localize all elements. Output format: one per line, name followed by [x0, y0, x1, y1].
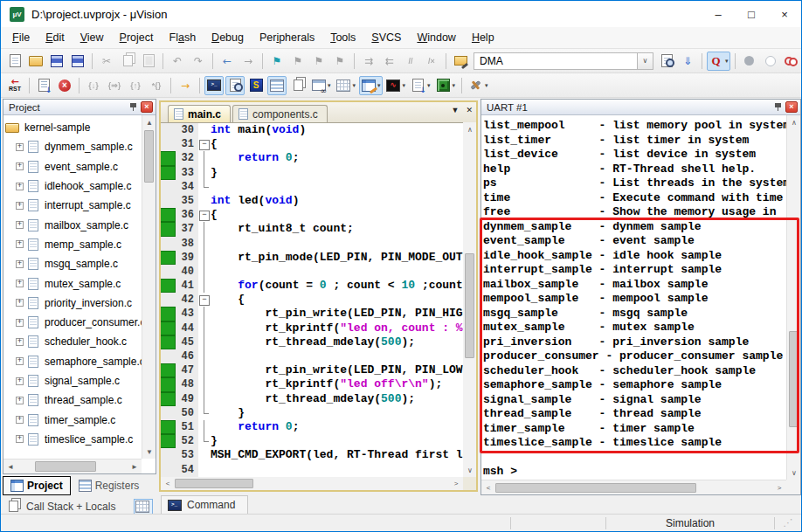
code-line-35[interactable]: 35int led(void): [161, 194, 463, 208]
tree-item-memp_sample-c[interactable]: +memp_sample.c: [3, 235, 142, 254]
analysis-window-icon[interactable]: ▾: [384, 76, 408, 95]
tab-project[interactable]: Project: [3, 476, 71, 495]
project-vertical-scrollbar[interactable]: ▲ ▼: [142, 115, 156, 459]
tab-command[interactable]: Command: [161, 495, 248, 515]
disable-all-breakpoints-icon[interactable]: [782, 52, 801, 71]
tab-list-icon[interactable]: ▼: [452, 106, 460, 114]
resize-grip[interactable]: ⋰: [775, 517, 801, 529]
step-over-icon[interactable]: {⇒}: [105, 76, 124, 95]
insert-breakpoint-icon[interactable]: [740, 52, 759, 71]
call-stack-window-icon[interactable]: [288, 76, 308, 95]
bookmark-icon[interactable]: ⚑: [267, 52, 287, 71]
tree-item-signal_sample-c[interactable]: +signal_sample.c: [3, 371, 142, 390]
memory-window-button[interactable]: [134, 499, 153, 515]
save-all-icon[interactable]: [68, 52, 87, 71]
symbol-window-icon[interactable]: [246, 76, 266, 95]
scroll-down-icon[interactable]: ∨: [787, 466, 801, 480]
code-line-38[interactable]: 38: [161, 237, 463, 251]
serial-window-icon[interactable]: ▾: [359, 76, 383, 95]
step-icon[interactable]: {↓}: [84, 76, 103, 95]
menu-help[interactable]: Help: [464, 27, 502, 48]
project-horizontal-scrollbar[interactable]: ◄ ►: [3, 459, 142, 473]
code-line-46[interactable]: 46: [161, 349, 463, 363]
paste-icon[interactable]: [139, 52, 158, 71]
step-out-icon[interactable]: {↑}: [126, 76, 145, 95]
flash-target-value[interactable]: DMA: [474, 52, 638, 70]
code-line-42[interactable]: 42 {: [161, 293, 463, 307]
menu-svcs[interactable]: SVCS: [363, 27, 409, 48]
maximize-button[interactable]: □: [735, 1, 768, 27]
incremental-find-icon[interactable]: ⇓: [678, 52, 697, 71]
menu-view[interactable]: View: [73, 27, 112, 48]
close-button[interactable]: ×: [768, 1, 801, 27]
system-viewer-icon[interactable]: ▾: [434, 76, 458, 95]
tree-item-event_sample-c[interactable]: +event_sample.c: [3, 157, 142, 176]
menu-flash[interactable]: Flash: [162, 27, 204, 48]
code-line-37[interactable]: 37 rt_uint8_t count;: [161, 222, 463, 236]
stop-icon[interactable]: [55, 76, 74, 95]
cut-icon[interactable]: ✂: [97, 52, 116, 71]
disassembly-window-icon[interactable]: [225, 76, 245, 95]
code-line-49[interactable]: 49 rt_thread_mdelay(500);: [161, 392, 463, 406]
navigate-forward-icon[interactable]: →: [239, 52, 258, 71]
tree-item-thread_sample-c[interactable]: +thread_sample.c: [3, 390, 142, 410]
scroll-down-icon[interactable]: ∨: [463, 463, 477, 477]
show-next-statement-icon[interactable]: →: [176, 76, 195, 95]
scroll-up-icon[interactable]: ∧: [787, 115, 801, 129]
tree-item-mailbox_sample-c[interactable]: +mailbox_sample.c: [3, 215, 142, 234]
find-icon[interactable]: ▾: [707, 52, 730, 71]
tree-item-dynmem_sample-c[interactable]: +dynmem_sample.c: [3, 137, 142, 156]
code-line-39[interactable]: 39 rt_pin_mode(LED_PIN, PIN_MODE_OUTPUT)…: [161, 251, 463, 265]
tree-item-idlehook_sample-c[interactable]: +idlehook_sample.c: [3, 176, 142, 196]
close-panel-icon[interactable]: ×: [141, 101, 153, 113]
scroll-left-icon[interactable]: <: [481, 480, 495, 494]
code-line-52[interactable]: 52}: [161, 434, 463, 448]
menu-project[interactable]: Project: [112, 27, 162, 48]
code-line-48[interactable]: 48 rt_kprintf("led off\r\n");: [161, 377, 463, 391]
tree-item-interrupt_sample-c[interactable]: +interrupt_sample.c: [3, 196, 142, 215]
menu-window[interactable]: Window: [409, 27, 463, 48]
menu-file[interactable]: File: [4, 27, 38, 48]
code-line-40[interactable]: 40: [161, 265, 463, 279]
minimize-button[interactable]: –: [702, 1, 735, 27]
scroll-right-icon[interactable]: >: [449, 477, 463, 491]
code-line-50[interactable]: 50 }: [161, 406, 463, 420]
undo-icon[interactable]: ↶: [168, 52, 187, 71]
tree-item-scheduler_hook-c[interactable]: +scheduler_hook.c: [3, 332, 142, 351]
code-line-43[interactable]: 43 rt_pin_write(LED_PIN, PIN_HIGH);: [161, 307, 463, 321]
open-folder-icon[interactable]: [26, 52, 45, 71]
code-line-51[interactable]: 51 return 0;: [161, 420, 463, 434]
watch-window-icon[interactable]: ▾: [309, 76, 333, 95]
callstack-bar[interactable]: Call Stack + Locals: [3, 497, 156, 515]
flash-target-combo[interactable]: DMA∨: [474, 52, 653, 71]
toolbox-icon[interactable]: ▾: [467, 76, 490, 95]
comment-icon[interactable]: //: [401, 52, 420, 71]
tree-item-mutex_sample-c[interactable]: +mutex_sample.c: [3, 273, 142, 293]
flash-config-icon[interactable]: [451, 52, 470, 71]
pin-icon[interactable]: [127, 101, 139, 113]
uart-horizontal-scrollbar[interactable]: < >: [481, 480, 786, 494]
scroll-left-icon[interactable]: ◄: [3, 459, 17, 473]
save-icon[interactable]: [47, 52, 66, 71]
code-line-53[interactable]: 53MSH_CMD_EXPORT(led, RT-Thread first le…: [161, 448, 463, 462]
memory-window-icon[interactable]: ▾: [335, 76, 358, 95]
uart-terminal[interactable]: list_mempool - list memory pool in syste…: [481, 115, 786, 480]
navigate-back-icon[interactable]: ←: [218, 52, 237, 71]
code-line-32[interactable]: 32 return 0;: [161, 151, 463, 165]
close-document-icon[interactable]: ✕: [466, 106, 473, 114]
run-to-cursor-icon[interactable]: *{}: [147, 76, 166, 95]
copy-icon[interactable]: [118, 52, 137, 71]
bookmark-clear-icon[interactable]: ⚑: [330, 52, 349, 71]
tab-registers[interactable]: Registers: [71, 476, 148, 495]
code-line-54[interactable]: 54: [161, 463, 463, 477]
editor-tab-components.c[interactable]: components.c: [232, 105, 328, 122]
editor-vertical-scrollbar[interactable]: ∧ ∨: [463, 122, 476, 477]
new-file-icon[interactable]: [5, 52, 24, 71]
uart-vertical-scrollbar[interactable]: ∧ ∨: [786, 115, 800, 480]
scroll-up-icon[interactable]: ▲: [142, 115, 156, 129]
run-icon[interactable]: [34, 76, 53, 95]
code-line-31[interactable]: 31{: [161, 137, 463, 151]
code-line-30[interactable]: 30int main(void): [161, 123, 463, 137]
menu-peripherals[interactable]: Peripherals: [252, 27, 322, 48]
tree-root[interactable]: kernel-sample: [3, 118, 142, 137]
